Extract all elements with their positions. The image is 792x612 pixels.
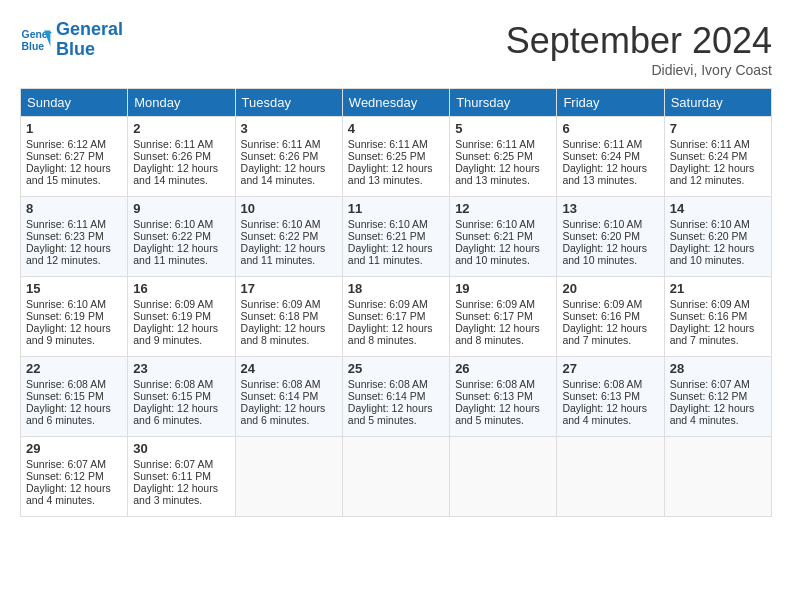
calendar-cell [664, 437, 771, 517]
daylight-label: Daylight: 12 hours and 8 minutes. [348, 322, 433, 346]
daylight-label: Daylight: 12 hours and 11 minutes. [133, 242, 218, 266]
day-number: 7 [670, 121, 766, 136]
daylight-label: Daylight: 12 hours and 11 minutes. [348, 242, 433, 266]
sunrise-label: Sunrise: 6:09 AM [455, 298, 535, 310]
day-number: 13 [562, 201, 658, 216]
sunrise-label: Sunrise: 6:09 AM [241, 298, 321, 310]
daylight-label: Daylight: 12 hours and 13 minutes. [455, 162, 540, 186]
sunset-label: Sunset: 6:12 PM [26, 470, 104, 482]
day-number: 14 [670, 201, 766, 216]
sunset-label: Sunset: 6:21 PM [348, 230, 426, 242]
sunrise-label: Sunrise: 6:11 AM [241, 138, 321, 150]
daylight-label: Daylight: 12 hours and 13 minutes. [348, 162, 433, 186]
sunset-label: Sunset: 6:20 PM [562, 230, 640, 242]
sunrise-label: Sunrise: 6:08 AM [562, 378, 642, 390]
header-row: Sunday Monday Tuesday Wednesday Thursday… [21, 89, 772, 117]
sunrise-label: Sunrise: 6:10 AM [26, 298, 106, 310]
day-number: 15 [26, 281, 122, 296]
sunset-label: Sunset: 6:14 PM [241, 390, 319, 402]
day-number: 12 [455, 201, 551, 216]
sunrise-label: Sunrise: 6:09 AM [562, 298, 642, 310]
day-number: 1 [26, 121, 122, 136]
col-sunday: Sunday [21, 89, 128, 117]
calendar-cell: 2Sunrise: 6:11 AMSunset: 6:26 PMDaylight… [128, 117, 235, 197]
col-monday: Monday [128, 89, 235, 117]
calendar-cell [342, 437, 449, 517]
sunset-label: Sunset: 6:25 PM [348, 150, 426, 162]
page-header: General Blue GeneralBlue September 2024 … [20, 20, 772, 78]
calendar-cell: 4Sunrise: 6:11 AMSunset: 6:25 PMDaylight… [342, 117, 449, 197]
day-number: 11 [348, 201, 444, 216]
day-number: 2 [133, 121, 229, 136]
sunrise-label: Sunrise: 6:08 AM [241, 378, 321, 390]
calendar-week-4: 22Sunrise: 6:08 AMSunset: 6:15 PMDayligh… [21, 357, 772, 437]
daylight-label: Daylight: 12 hours and 9 minutes. [26, 322, 111, 346]
calendar-cell: 13Sunrise: 6:10 AMSunset: 6:20 PMDayligh… [557, 197, 664, 277]
day-number: 20 [562, 281, 658, 296]
day-number: 17 [241, 281, 337, 296]
daylight-label: Daylight: 12 hours and 7 minutes. [670, 322, 755, 346]
daylight-label: Daylight: 12 hours and 8 minutes. [455, 322, 540, 346]
sunrise-label: Sunrise: 6:10 AM [670, 218, 750, 230]
day-number: 8 [26, 201, 122, 216]
sunrise-label: Sunrise: 6:07 AM [26, 458, 106, 470]
sunset-label: Sunset: 6:19 PM [133, 310, 211, 322]
day-number: 25 [348, 361, 444, 376]
daylight-label: Daylight: 12 hours and 9 minutes. [133, 322, 218, 346]
sunset-label: Sunset: 6:27 PM [26, 150, 104, 162]
daylight-label: Daylight: 12 hours and 11 minutes. [241, 242, 326, 266]
sunset-label: Sunset: 6:26 PM [133, 150, 211, 162]
day-number: 19 [455, 281, 551, 296]
sunrise-label: Sunrise: 6:09 AM [133, 298, 213, 310]
calendar-cell: 12Sunrise: 6:10 AMSunset: 6:21 PMDayligh… [450, 197, 557, 277]
sunset-label: Sunset: 6:16 PM [670, 310, 748, 322]
sunrise-label: Sunrise: 6:12 AM [26, 138, 106, 150]
svg-text:Blue: Blue [22, 40, 45, 51]
sunrise-label: Sunrise: 6:11 AM [26, 218, 106, 230]
calendar-cell: 8Sunrise: 6:11 AMSunset: 6:23 PMDaylight… [21, 197, 128, 277]
daylight-label: Daylight: 12 hours and 4 minutes. [670, 402, 755, 426]
calendar-cell: 7Sunrise: 6:11 AMSunset: 6:24 PMDaylight… [664, 117, 771, 197]
col-friday: Friday [557, 89, 664, 117]
sunset-label: Sunset: 6:13 PM [562, 390, 640, 402]
calendar-week-1: 1Sunrise: 6:12 AMSunset: 6:27 PMDaylight… [21, 117, 772, 197]
col-thursday: Thursday [450, 89, 557, 117]
calendar-cell: 22Sunrise: 6:08 AMSunset: 6:15 PMDayligh… [21, 357, 128, 437]
calendar-week-2: 8Sunrise: 6:11 AMSunset: 6:23 PMDaylight… [21, 197, 772, 277]
sunset-label: Sunset: 6:17 PM [455, 310, 533, 322]
sunset-label: Sunset: 6:15 PM [133, 390, 211, 402]
calendar-cell: 3Sunrise: 6:11 AMSunset: 6:26 PMDaylight… [235, 117, 342, 197]
calendar-cell: 9Sunrise: 6:10 AMSunset: 6:22 PMDaylight… [128, 197, 235, 277]
daylight-label: Daylight: 12 hours and 14 minutes. [133, 162, 218, 186]
sunrise-label: Sunrise: 6:08 AM [348, 378, 428, 390]
sunrise-label: Sunrise: 6:07 AM [133, 458, 213, 470]
calendar-cell: 25Sunrise: 6:08 AMSunset: 6:14 PMDayligh… [342, 357, 449, 437]
col-wednesday: Wednesday [342, 89, 449, 117]
sunrise-label: Sunrise: 6:08 AM [26, 378, 106, 390]
day-number: 10 [241, 201, 337, 216]
sunset-label: Sunset: 6:13 PM [455, 390, 533, 402]
sunrise-label: Sunrise: 6:10 AM [562, 218, 642, 230]
day-number: 28 [670, 361, 766, 376]
daylight-label: Daylight: 12 hours and 5 minutes. [455, 402, 540, 426]
day-number: 9 [133, 201, 229, 216]
day-number: 24 [241, 361, 337, 376]
daylight-label: Daylight: 12 hours and 10 minutes. [455, 242, 540, 266]
calendar-cell: 18Sunrise: 6:09 AMSunset: 6:17 PMDayligh… [342, 277, 449, 357]
sunrise-label: Sunrise: 6:09 AM [670, 298, 750, 310]
calendar-cell: 14Sunrise: 6:10 AMSunset: 6:20 PMDayligh… [664, 197, 771, 277]
day-number: 26 [455, 361, 551, 376]
daylight-label: Daylight: 12 hours and 10 minutes. [562, 242, 647, 266]
calendar-cell: 11Sunrise: 6:10 AMSunset: 6:21 PMDayligh… [342, 197, 449, 277]
day-number: 6 [562, 121, 658, 136]
sunrise-label: Sunrise: 6:08 AM [455, 378, 535, 390]
calendar-cell: 15Sunrise: 6:10 AMSunset: 6:19 PMDayligh… [21, 277, 128, 357]
sunrise-label: Sunrise: 6:09 AM [348, 298, 428, 310]
sunrise-label: Sunrise: 6:11 AM [670, 138, 750, 150]
calendar-cell: 29Sunrise: 6:07 AMSunset: 6:12 PMDayligh… [21, 437, 128, 517]
calendar-cell [557, 437, 664, 517]
sunset-label: Sunset: 6:24 PM [562, 150, 640, 162]
day-number: 18 [348, 281, 444, 296]
calendar-cell: 5Sunrise: 6:11 AMSunset: 6:25 PMDaylight… [450, 117, 557, 197]
calendar-cell: 24Sunrise: 6:08 AMSunset: 6:14 PMDayligh… [235, 357, 342, 437]
